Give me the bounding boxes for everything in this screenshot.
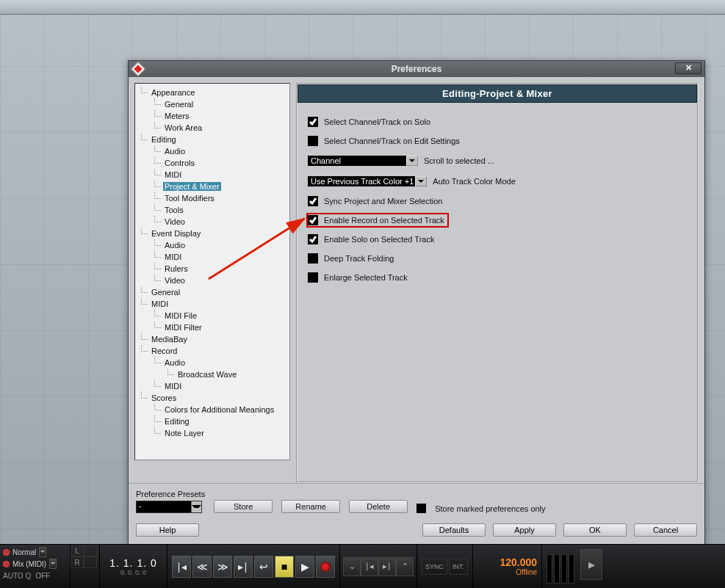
tree-node[interactable]: Video <box>137 216 288 228</box>
record-mode-panel: Normal Mix (MIDI) AUTO Q OFF <box>0 545 71 588</box>
time-display[interactable]: 1. 1. 1. 0 0. 0. 0. 0 <box>100 545 167 588</box>
tree-node[interactable]: MIDI File <box>137 310 288 322</box>
tree-node[interactable]: Meters <box>137 110 288 122</box>
label: Scroll to selected ... <box>424 156 494 165</box>
tree-node[interactable]: Note Layer <box>137 427 288 439</box>
category-tree[interactable]: AppearanceGeneralMetersWork AreaEditingA… <box>135 84 289 460</box>
tree-node[interactable]: MIDI <box>137 298 288 310</box>
tree-node[interactable]: Audio <box>137 357 288 369</box>
tree-node[interactable]: General <box>137 98 288 110</box>
punch-out-icon[interactable] <box>84 556 97 568</box>
transport-bar: Normal Mix (MIDI) AUTO Q OFF L R 1. 1. 1… <box>0 544 725 588</box>
label: Deep Track Folding <box>324 254 394 263</box>
record-button[interactable] <box>316 556 335 578</box>
record-mode-indicator-icon <box>3 561 10 567</box>
preset-select[interactable]: - <box>136 501 202 513</box>
jog-down-button[interactable]: ⌄ <box>343 557 361 576</box>
tree-node[interactable]: Broadcast Wave <box>137 369 288 380</box>
app-icon <box>131 62 145 76</box>
tree-node[interactable]: Event Display <box>137 228 288 239</box>
tree-node[interactable]: Record <box>137 345 288 357</box>
label: Sync Project and Mixer Selection <box>324 197 442 206</box>
cancel-button[interactable]: Cancel <box>634 523 697 537</box>
delete-button[interactable]: Delete <box>349 500 408 513</box>
defaults-button[interactable]: Defaults <box>422 523 486 537</box>
tree-node[interactable]: Work Area <box>137 122 288 134</box>
tree-node[interactable]: Video <box>137 275 288 286</box>
tree-node[interactable]: Audio <box>137 239 288 251</box>
tempo-panel[interactable]: 120.000 Offline <box>473 545 542 588</box>
tree-node-label: Tools <box>163 206 185 214</box>
tree-node[interactable]: Tools <box>137 204 288 216</box>
play-button[interactable]: ▶ <box>295 556 314 578</box>
tree-node[interactable]: Rulers <box>137 263 288 275</box>
chevron-down-icon <box>406 156 418 166</box>
locator-panel: L R <box>71 545 100 588</box>
help-button[interactable]: Help <box>136 523 199 537</box>
tree-node[interactable]: MIDI <box>137 169 288 181</box>
rename-button[interactable]: Rename <box>281 500 340 513</box>
store-marked-label: Store marked preferences only <box>435 504 545 513</box>
checkbox-enlarge-selected[interactable] <box>308 272 318 283</box>
tree-node-label: MIDI <box>163 170 183 179</box>
goto-start-button[interactable]: ∣◂ <box>172 556 191 578</box>
checkbox-deep-track-folding[interactable] <box>308 253 318 264</box>
prev-marker-button[interactable]: ∣◂ <box>361 557 378 576</box>
auto-track-color-combo[interactable]: Use Previous Track Color +1 <box>308 176 427 186</box>
scroll-to-selected-combo[interactable]: Channel <box>308 156 418 166</box>
sync-source[interactable]: INT. <box>449 559 468 575</box>
primary-timecode: 1. 1. 1. 0 <box>109 557 156 569</box>
auto-quantize-off[interactable]: OFF <box>35 572 50 580</box>
goto-end-button[interactable]: ▸∣ <box>234 556 253 578</box>
chevron-down-icon[interactable] <box>39 547 46 557</box>
tree-node[interactable]: Tool Modifiers <box>137 192 288 204</box>
tree-node[interactable]: Editing <box>137 134 288 145</box>
tree-node[interactable]: Audio <box>137 145 288 157</box>
checkbox-select-on-solo[interactable] <box>308 117 318 127</box>
right-locator[interactable]: R <box>71 556 84 568</box>
tree-node[interactable]: MIDI Filter <box>137 322 288 333</box>
cycle-button[interactable]: ↩ <box>254 556 273 578</box>
tree-node[interactable]: MIDI <box>137 251 288 263</box>
tree-node-label: Work Area <box>163 123 203 132</box>
show-panel-button[interactable]: ▸ <box>580 549 602 580</box>
jog-up-button[interactable]: ⌃ <box>396 557 414 576</box>
tree-node[interactable]: MediaBay <box>137 333 288 345</box>
record-mode-1[interactable]: Normal <box>12 548 36 556</box>
sync-button[interactable]: SYNC <box>422 559 447 575</box>
row-enable-record-selected: Enable Record on Selected Track <box>308 214 447 226</box>
checkbox-store-marked[interactable] <box>416 504 426 513</box>
row-enlarge-selected: Enlarge Selected Track <box>308 272 687 283</box>
apply-button[interactable]: Apply <box>493 523 556 537</box>
tree-node[interactable]: Scores <box>137 392 288 404</box>
tree-node[interactable]: General <box>137 286 288 298</box>
store-button[interactable]: Store <box>214 500 273 513</box>
checkbox-select-on-edit[interactable] <box>308 136 318 146</box>
tree-node[interactable]: Colors for Additional Meanings <box>137 404 288 415</box>
checkbox-enable-record-selected[interactable] <box>308 215 318 225</box>
row-auto-track-color: Use Previous Track Color +1 Auto Track C… <box>308 175 687 188</box>
tree-node[interactable]: Appearance <box>137 87 288 98</box>
fast-forward-button[interactable]: ≫ <box>213 556 232 578</box>
tree-node[interactable]: MIDI <box>137 380 288 392</box>
record-icon <box>320 562 331 572</box>
tree-node[interactable]: Editing <box>137 415 288 427</box>
record-mode-2[interactable]: Mix (MIDI) <box>12 560 46 568</box>
checkbox-enable-solo-selected[interactable] <box>308 234 318 244</box>
close-button[interactable]: ✕ <box>675 62 701 74</box>
dialog-footer: Preference Presets - Store Rename Delete… <box>129 483 704 544</box>
titlebar[interactable]: Preferences ✕ <box>129 61 704 77</box>
tree-node[interactable]: Project & Mixer <box>137 181 288 192</box>
tree-node[interactable]: Controls <box>137 157 288 169</box>
tree-node-label: Video <box>163 217 187 226</box>
checkbox-sync-project-mixer[interactable] <box>308 196 318 206</box>
next-marker-button[interactable]: ▸∣ <box>378 557 396 576</box>
chevron-down-icon[interactable] <box>49 559 57 569</box>
ok-button[interactable]: OK <box>563 523 627 537</box>
punch-in-icon[interactable] <box>84 545 97 556</box>
stop-button[interactable]: ■ <box>275 556 294 578</box>
left-locator[interactable]: L <box>71 545 84 556</box>
auto-quantize-label[interactable]: AUTO Q <box>3 572 31 580</box>
rewind-button[interactable]: ≪ <box>192 556 212 578</box>
tree-node-label: General <box>163 100 195 109</box>
